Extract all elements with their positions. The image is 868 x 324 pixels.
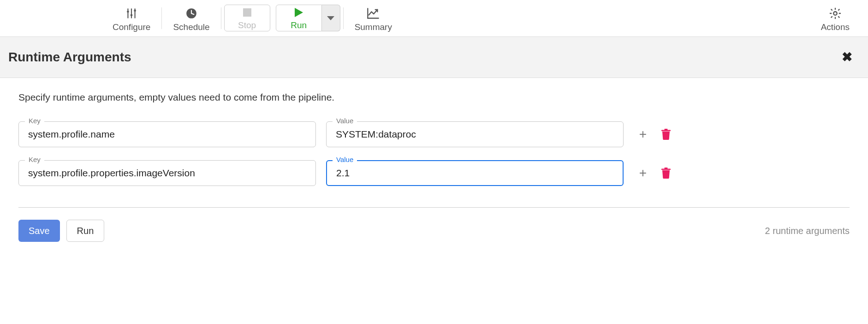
argument-row-actions: + [637, 128, 671, 141]
add-argument-button[interactable]: + [637, 167, 648, 180]
summary-button[interactable]: Summary [344, 0, 403, 36]
run-dropdown-button[interactable] [322, 5, 340, 31]
argument-value-field: Value [326, 160, 624, 186]
stop-icon [243, 6, 251, 19]
trash-icon [661, 129, 671, 140]
clock-icon [185, 6, 197, 20]
argument-key-field: Key [18, 121, 316, 147]
arguments-count: 2 runtime arguments [765, 226, 850, 236]
toolbar-spacer [403, 0, 810, 36]
runtime-arguments-list: KeyValue+KeyValue+ [18, 121, 850, 208]
svg-rect-13 [665, 168, 668, 169]
actions-button[interactable]: Actions [810, 0, 868, 36]
toolbar-divider [221, 7, 221, 29]
gear-icon [829, 6, 842, 20]
footer-buttons: Save Run [18, 220, 104, 242]
stop-button: Stop [224, 5, 270, 31]
svg-rect-11 [665, 129, 668, 130]
stop-label: Stop [238, 20, 256, 30]
configure-label: Configure [113, 22, 150, 32]
panel-header: Runtime Arguments ✖ [0, 37, 868, 78]
actions-label: Actions [821, 22, 850, 32]
run-button-footer[interactable]: Run [66, 220, 105, 242]
schedule-button[interactable]: Schedule [162, 0, 220, 36]
panel-description: Specify runtime arguments, empty values … [18, 92, 850, 103]
argument-key-field: Key [18, 160, 316, 186]
delete-argument-button[interactable] [661, 129, 671, 140]
sliders-icon [125, 6, 137, 20]
argument-key-input[interactable] [18, 160, 316, 186]
argument-value-input[interactable] [326, 121, 624, 147]
argument-key-input[interactable] [18, 121, 316, 147]
panel-title: Runtime Arguments [8, 50, 131, 65]
key-label: Key [25, 117, 44, 125]
panel-body: Specify runtime arguments, empty values … [0, 78, 868, 253]
panel-footer: Save Run 2 runtime arguments [18, 220, 850, 242]
svg-rect-5 [134, 10, 136, 11]
svg-rect-4 [131, 14, 132, 16]
play-icon [295, 6, 303, 19]
svg-rect-3 [127, 11, 129, 12]
value-label: Value [333, 117, 357, 125]
add-argument-button[interactable]: + [637, 128, 648, 141]
argument-row: KeyValue+ [18, 160, 850, 186]
trash-icon [661, 168, 671, 179]
svg-point-9 [833, 12, 837, 15]
argument-row-actions: + [637, 167, 671, 180]
argument-row: KeyValue+ [18, 121, 850, 147]
chart-line-icon [367, 6, 380, 20]
close-icon[interactable]: ✖ [842, 51, 852, 64]
delete-argument-button[interactable] [661, 168, 671, 179]
value-label: Value [333, 156, 357, 163]
chevron-down-icon [327, 16, 334, 20]
run-label: Run [291, 20, 307, 30]
run-button[interactable]: Run [276, 5, 322, 31]
summary-label: Summary [355, 22, 392, 32]
pipeline-toolbar: Configure Schedule Stop Run [0, 0, 868, 37]
argument-value-input[interactable] [326, 160, 624, 186]
configure-button[interactable]: Configure [101, 0, 161, 36]
run-split-button: Run [276, 5, 340, 31]
key-label: Key [25, 156, 44, 163]
argument-value-field: Value [326, 121, 624, 147]
schedule-label: Schedule [173, 22, 209, 32]
save-button[interactable]: Save [18, 220, 60, 242]
